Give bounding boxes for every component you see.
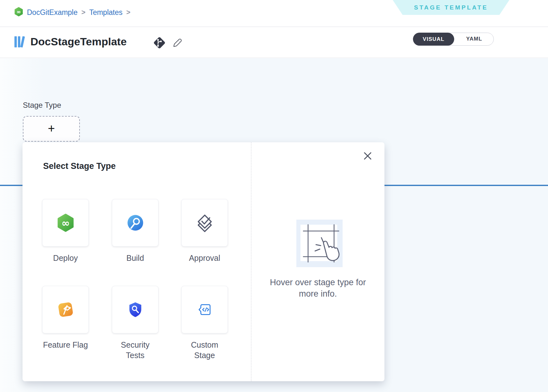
build-circle-search-icon [126, 214, 144, 232]
close-icon[interactable] [362, 151, 373, 161]
svg-text:∞: ∞ [16, 9, 21, 15]
breadcrumb-bar: ∞ DocGitExample > Templates > STAGE TEMP… [0, 0, 548, 27]
breadcrumb-project-link[interactable]: DocGitExample [27, 8, 78, 17]
security-shield-search-icon [127, 301, 144, 318]
security-tests-card[interactable] [112, 286, 158, 333]
breadcrumb-separator: > [126, 8, 130, 16]
stage-type-deploy: ∞ Deploy [42, 199, 89, 263]
toggle-visual-label: VISUAL [423, 36, 444, 42]
approval-check-diamonds-icon [195, 213, 214, 232]
template-header: DocStageTemplate VISUAL YAML [0, 27, 548, 58]
stage-template-badge: STAGE TEMPLATE [393, 0, 509, 15]
stage-card-label: Approval [181, 253, 228, 263]
breadcrumb: ∞ DocGitExample > Templates > [14, 7, 130, 18]
deploy-card[interactable]: ∞ [42, 199, 89, 247]
toggle-yaml-label: YAML [466, 36, 482, 42]
harness-hexagon-icon: ∞ [14, 7, 23, 18]
stage-card-label: Deploy [42, 253, 89, 263]
toggle-visual-button[interactable]: VISUAL [413, 33, 454, 46]
add-stage-button[interactable]: + [23, 116, 80, 142]
breadcrumb-templates-link[interactable]: Templates [89, 8, 123, 17]
custom-stage-code-icon [196, 301, 214, 318]
stage-card-label: Build [112, 253, 158, 263]
hover-hint-text: Hover over stage type for more info. [259, 277, 377, 299]
popover-title: Select Stage Type [43, 161, 116, 171]
plus-icon: + [48, 122, 55, 134]
stage-type-security-tests: Security Tests [112, 286, 158, 361]
stage-type-approval: Approval [181, 199, 228, 263]
deploy-hexagon-icon: ∞ [57, 214, 74, 232]
popover-divider [251, 142, 251, 381]
feature-flag-icon [57, 301, 74, 318]
stage-template-page: ∞ DocGitExample > Templates > STAGE TEMP… [0, 0, 548, 392]
select-stage-type-popover: Select Stage Type ∞ [23, 142, 384, 381]
stage-type-feature-flag: Feature Flag [42, 286, 89, 350]
stage-card-label: Security Tests [112, 340, 158, 361]
page-title: DocStageTemplate [30, 35, 127, 48]
breadcrumb-separator: > [81, 8, 86, 16]
stage-type-build: Build [112, 199, 158, 263]
hover-cursor-frame-illustration [296, 220, 343, 267]
stage-card-label: Feature Flag [42, 340, 89, 350]
stage-type-custom-stage: Custom Stage [181, 286, 228, 361]
feature-flag-card[interactable] [42, 286, 89, 333]
stage-card-label: Custom Stage [181, 340, 228, 361]
visual-yaml-toggle: VISUAL YAML [413, 33, 494, 46]
stage-type-label: Stage Type [23, 101, 61, 110]
stage-template-badge-label: STAGE TEMPLATE [414, 4, 488, 11]
toggle-yaml-button[interactable]: YAML [454, 33, 494, 45]
approval-card[interactable] [181, 199, 228, 247]
svg-text:∞: ∞ [61, 217, 69, 229]
build-card[interactable] [112, 199, 158, 247]
custom-stage-card[interactable] [181, 286, 228, 333]
